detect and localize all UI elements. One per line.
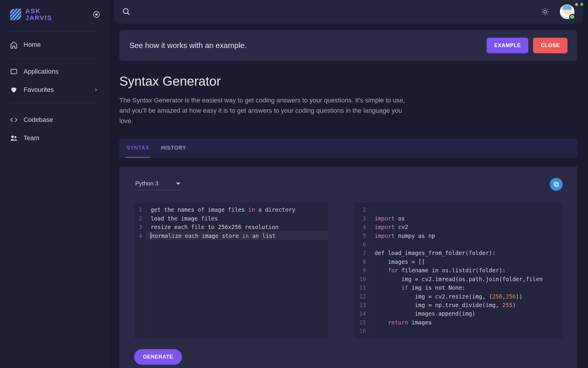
record-icon[interactable] [93, 11, 100, 18]
output-editor: 2345678910111213141516 import osimport c… [355, 203, 563, 339]
output-line: def load_images_from_folder(folder): [375, 249, 558, 257]
sidebar-divider [9, 31, 100, 32]
apps-icon [10, 68, 18, 75]
sidebar-item-home[interactable]: Home [0, 36, 108, 54]
output-line: return images [375, 318, 558, 327]
input-gutter: 1234 [134, 203, 146, 339]
chevron-down-icon [176, 183, 180, 185]
copy-button[interactable] [550, 178, 563, 191]
sidebar-item-codebase[interactable]: Codebase [0, 111, 108, 129]
banner-text: See how it works with an example. [129, 41, 247, 50]
output-line: import numpy as np [375, 232, 558, 240]
svg-rect-6 [554, 182, 557, 185]
svg-rect-0 [11, 69, 17, 74]
svg-point-2 [14, 136, 16, 138]
language-select[interactable]: Python 3 [134, 178, 181, 190]
sidebar-item-label: Favourites [24, 86, 54, 94]
language-label: Python 3 [135, 180, 158, 187]
sidebar-item-label: Codebase [24, 116, 53, 124]
output-line [375, 205, 558, 214]
svg-point-1 [11, 136, 14, 138]
output-line: img = cv2.imread(os.path.join(folder,fil… [375, 275, 558, 284]
theme-toggle-icon[interactable] [541, 8, 549, 16]
logo-mark [10, 8, 21, 21]
output-line: img = np.true_divide(img, 255) [375, 301, 558, 309]
close-button[interactable]: CLOSE [533, 38, 567, 53]
example-button[interactable]: EXAMPLE [487, 38, 529, 53]
output-line: import cv2 [375, 223, 558, 231]
output-line [375, 240, 558, 249]
page-title: Syntax Generator [119, 74, 577, 89]
editor-toolbar: Python 3 [134, 178, 563, 191]
output-line [375, 327, 558, 335]
sidebar-section-dot: · [0, 107, 108, 111]
window-control-dots [575, 3, 583, 6]
sidebar-item-label: Applications [24, 68, 59, 75]
output-line: import os [375, 214, 558, 223]
example-banner: See how it works with an example. EXAMPL… [119, 30, 577, 61]
tabs: SYNTAX HISTORY [119, 139, 577, 158]
input-line: get the names of image files in a direct… [151, 205, 323, 214]
input-lines: get the names of image files in a direct… [146, 203, 328, 339]
topbar [114, 0, 583, 24]
code-icon [10, 116, 18, 124]
logo-row: ASK JARVIS [0, 0, 108, 27]
output-line: if img is not None: [375, 284, 558, 292]
input-editor[interactable]: 1234 get the names of image files in a d… [134, 203, 328, 339]
sidebar-item-favourites[interactable]: Favourites [0, 81, 108, 99]
editor-card: Python 3 1234 get the names of image fil… [119, 167, 577, 368]
output-line: images = [] [375, 258, 558, 266]
sidebar-divider [9, 103, 100, 103]
svg-point-3 [123, 9, 128, 13]
logo-line2: JARVIS [25, 14, 52, 21]
output-gutter: 2345678910111213141516 [355, 203, 370, 339]
tab-history[interactable]: HISTORY [161, 139, 187, 158]
people-icon [10, 134, 18, 142]
logo-text: ASK JARVIS [25, 8, 52, 21]
output-lines: import osimport cv2import numpy as np de… [370, 203, 563, 339]
generate-button[interactable]: GENERATE [134, 349, 182, 365]
input-line: load the image files [151, 214, 323, 223]
sidebar-item-label: Home [24, 41, 41, 49]
chevron-right-icon [93, 87, 98, 92]
page-description: The Syntax Generator is the easiest way … [119, 95, 407, 126]
input-line: resize each file to 256x256 resolution [151, 223, 323, 231]
tab-syntax[interactable]: SYNTAX [126, 139, 150, 158]
logo-line1: ASK [25, 8, 52, 14]
sidebar: ASK JARVIS Home Applications Favourites … [0, 0, 109, 368]
search-icon[interactable] [122, 8, 131, 16]
main: See how it works with an example. EXAMPL… [109, 0, 588, 368]
output-line: for filename in os.listdir(folder): [375, 266, 558, 275]
sidebar-item-label: Team [24, 134, 39, 142]
copy-icon [553, 181, 559, 188]
heart-icon [10, 86, 18, 94]
output-line: img = cv2.resize(img, (256,256)) [375, 292, 558, 301]
svg-rect-5 [555, 183, 558, 187]
home-icon [10, 41, 18, 49]
sidebar-divider [9, 58, 100, 58]
svg-point-4 [544, 10, 546, 13]
sidebar-item-team[interactable]: Team [0, 129, 108, 147]
output-line: images.append(img) [375, 309, 558, 318]
avatar[interactable] [560, 4, 574, 19]
sidebar-item-applications[interactable]: Applications [0, 62, 108, 81]
